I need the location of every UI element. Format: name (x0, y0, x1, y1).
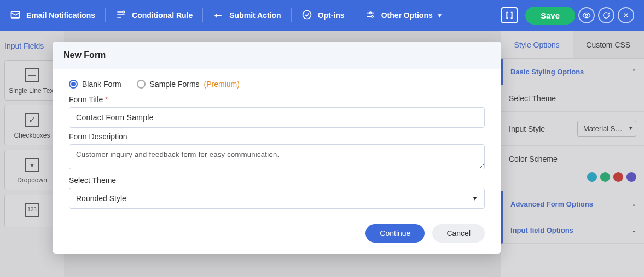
toolbar-optins[interactable]: Opt-ins (292, 8, 355, 22)
radio-label: Blank Form (82, 80, 121, 89)
toolbar-label: Email Notifications (26, 11, 95, 20)
form-description-label: Form Description (69, 132, 485, 141)
refresh-button[interactable] (598, 7, 614, 23)
select-theme-label: Select Theme (69, 176, 485, 185)
modal-body: Blank Form Sample Forms (Premium) Form T… (53, 69, 501, 213)
form-type-radio-group: Blank Form Sample Forms (Premium) (69, 80, 485, 89)
modal-footer: Continue Cancel (53, 213, 501, 243)
preview-button[interactable] (578, 7, 595, 23)
chevron-down-icon: ▾ (438, 12, 442, 19)
mail-icon (10, 9, 21, 22)
submit-icon (213, 9, 224, 22)
toolbar-other-options[interactable]: Other Options ▾ (355, 8, 451, 22)
premium-badge: (Premium) (204, 80, 240, 89)
svg-point-3 (369, 12, 371, 14)
select-theme-dropdown[interactable]: Rounded Style (69, 188, 485, 209)
toolbar-label: Conditional Rule (132, 11, 193, 20)
toolbar-label: Submit Action (229, 11, 281, 20)
toolbar-submit-action[interactable]: Submit Action (203, 8, 291, 22)
radio-sample-forms[interactable]: Sample Forms (Premium) (137, 80, 240, 89)
conditional-icon (115, 9, 126, 22)
continue-button[interactable]: Continue (365, 224, 425, 243)
form-description-textarea[interactable] (69, 144, 485, 169)
options-icon (365, 9, 376, 22)
form-title-input[interactable] (69, 107, 485, 128)
toolbar-conditional-rule[interactable]: Conditional Rule (106, 8, 203, 22)
radio-selected-icon (69, 80, 78, 89)
form-title-label: Form Title * (69, 95, 485, 104)
save-button[interactable]: Save (525, 7, 575, 25)
toolbar-label: Opt-ins (318, 11, 345, 20)
close-button[interactable] (618, 7, 634, 23)
radio-unselected-icon (137, 80, 146, 89)
toolbar-label: Other Options (381, 11, 433, 20)
new-form-modal: New Form Blank Form Sample Forms (Premiu… (53, 42, 501, 254)
svg-point-5 (585, 14, 588, 16)
modal-title: New Form (53, 42, 501, 69)
code-brackets-button[interactable] (501, 7, 518, 23)
cancel-button[interactable]: Cancel (432, 224, 485, 243)
optins-icon (301, 9, 312, 22)
radio-label: Sample Forms (150, 80, 200, 89)
svg-point-1 (123, 11, 124, 13)
top-toolbar: Email Notifications Conditional Rule Sub… (0, 0, 644, 31)
svg-point-2 (303, 10, 311, 19)
toolbar-email-notifications[interactable]: Email Notifications (10, 8, 106, 22)
radio-blank-form[interactable]: Blank Form (69, 80, 121, 89)
svg-point-4 (371, 15, 373, 17)
